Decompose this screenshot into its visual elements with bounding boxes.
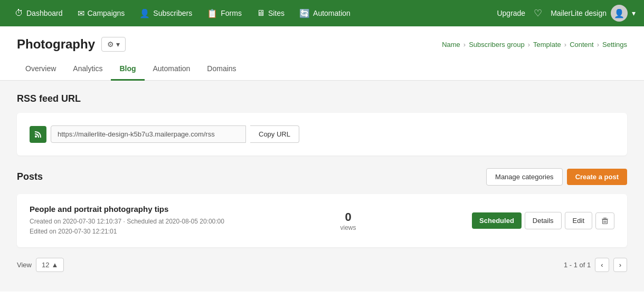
breadcrumb-subscribers-group[interactable]: Subscribers group — [469, 41, 525, 48]
next-page-button[interactable]: › — [613, 258, 627, 272]
posts-header: Posts Manage categories Create a post — [17, 168, 627, 186]
nav-right: Upgrade ♡ MailerLite design 👤 ▾ — [497, 5, 636, 22]
nav-campaigns-label: Campaigns — [88, 9, 125, 17]
rss-icon — [30, 126, 46, 143]
post-title: People and portrait photography tips — [30, 205, 224, 213]
posts-actions: Manage categories Create a post — [486, 168, 627, 186]
campaigns-icon: ✉ — [78, 8, 84, 18]
user-dropdown-icon: ▾ — [632, 9, 636, 17]
page-title: Photography — [17, 37, 95, 52]
breadcrumb-sep-3: › — [564, 41, 566, 48]
settings-button[interactable]: ⚙ ▾ — [101, 37, 126, 52]
nav-campaigns[interactable]: ✉ Campaigns — [71, 4, 131, 23]
dashboard-icon: ⏱ — [15, 8, 23, 18]
tab-analytics[interactable]: Analytics — [64, 58, 111, 81]
dropdown-icon: ▲ — [51, 261, 58, 269]
breadcrumb-sep-1: › — [463, 41, 466, 48]
upgrade-button[interactable]: Upgrade — [497, 9, 525, 17]
nav-items: ⏱ Dashboard ✉ Campaigns 👤 Subscribers 📋 … — [8, 4, 497, 23]
gear-icon: ⚙ — [107, 40, 114, 48]
favorites-icon[interactable]: ♡ — [534, 7, 542, 19]
nav-dashboard-label: Dashboard — [26, 9, 63, 17]
automation-icon: 🔄 — [299, 8, 310, 18]
trash-icon — [601, 217, 609, 225]
edit-button[interactable]: Edit — [565, 212, 592, 229]
scheduled-status-button[interactable]: Scheduled — [472, 212, 522, 229]
breadcrumb-name[interactable]: Name — [442, 41, 460, 48]
per-page-value: 12 — [42, 261, 49, 269]
forms-icon: 📋 — [207, 8, 217, 18]
nav-sites[interactable]: 🖥 Sites — [250, 4, 291, 22]
rss-url-row: Copy URL — [30, 125, 614, 143]
posts-section-title: Posts — [17, 171, 43, 182]
post-info: People and portrait photography tips Cre… — [30, 205, 224, 237]
nav-dashboard[interactable]: ⏱ Dashboard — [8, 4, 69, 22]
nav-subscribers-label: Subscribers — [153, 9, 192, 17]
top-navigation: ⏱ Dashboard ✉ Campaigns 👤 Subscribers 📋 … — [0, 0, 644, 26]
delete-button[interactable] — [595, 212, 614, 229]
post-card: People and portrait photography tips Cre… — [17, 194, 627, 247]
views-label: views — [340, 224, 356, 231]
page-content: Photography ⚙ ▾ Name › Subscribers group… — [0, 26, 644, 301]
tabs: Overview Analytics Blog Automation Domai… — [0, 58, 644, 81]
page-header: Photography ⚙ ▾ Name › Subscribers group… — [0, 26, 644, 52]
view-label: View — [17, 261, 32, 269]
settings-dropdown-icon: ▾ — [116, 40, 120, 48]
copy-url-button[interactable]: Copy URL — [250, 125, 299, 143]
nav-sites-label: Sites — [268, 9, 285, 17]
svg-point-0 — [35, 135, 37, 138]
previous-page-button[interactable]: ‹ — [595, 258, 609, 272]
rss-section-title: RSS feed URL — [17, 93, 627, 104]
views-count: 0 — [340, 210, 356, 224]
rss-url-input[interactable] — [51, 125, 246, 143]
nav-automation[interactable]: 🔄 Automation — [293, 4, 357, 23]
tab-overview[interactable]: Overview — [17, 58, 64, 81]
breadcrumb-template[interactable]: Template — [533, 41, 561, 48]
svg-rect-2 — [603, 218, 607, 218]
pagination-text: 1 - 1 of 1 — [564, 261, 591, 269]
post-actions: Scheduled Details Edit — [472, 212, 614, 229]
view-select-area: View 12 ▲ — [17, 258, 64, 272]
tab-blog[interactable]: Blog — [111, 58, 144, 81]
post-meta-created: Created on 2020-07-30 12:10:37 · Schedul… — [30, 217, 224, 227]
tab-domains[interactable]: Domains — [198, 58, 244, 81]
sites-icon: 🖥 — [257, 8, 265, 18]
per-page-dropdown[interactable]: 12 ▲ — [36, 258, 64, 272]
breadcrumb-content[interactable]: Content — [570, 41, 594, 48]
breadcrumb-sep-2: › — [528, 41, 530, 48]
breadcrumb: Name › Subscribers group › Template › Co… — [442, 41, 627, 48]
nav-forms[interactable]: 📋 Forms — [201, 4, 248, 23]
details-button[interactable]: Details — [525, 212, 562, 229]
post-views: 0 views — [340, 210, 356, 231]
user-menu[interactable]: MailerLite design 👤 ▾ — [551, 5, 636, 22]
nav-forms-label: Forms — [221, 9, 242, 17]
manage-categories-button[interactable]: Manage categories — [486, 168, 563, 186]
nav-automation-label: Automation — [313, 9, 351, 17]
user-name: MailerLite design — [551, 9, 607, 17]
avatar: 👤 — [611, 5, 628, 22]
rss-card: Copy URL — [17, 113, 627, 156]
pagination-row: View 12 ▲ 1 - 1 of 1 ‹ › — [17, 258, 627, 272]
subscribers-icon: 👤 — [139, 8, 150, 18]
pagination-info: 1 - 1 of 1 ‹ › — [564, 258, 627, 272]
post-meta-edited: Edited on 2020-07-30 12:21:01 — [30, 227, 224, 237]
nav-subscribers[interactable]: 👤 Subscribers — [133, 4, 198, 23]
tab-automation[interactable]: Automation — [145, 58, 199, 81]
breadcrumb-sep-4: › — [597, 41, 599, 48]
page-title-area: Photography ⚙ ▾ — [17, 37, 126, 52]
main-area: RSS feed URL Copy URL Posts Manage categ… — [0, 81, 644, 292]
breadcrumb-settings[interactable]: Settings — [602, 41, 627, 48]
create-post-button[interactable]: Create a post — [567, 169, 627, 185]
